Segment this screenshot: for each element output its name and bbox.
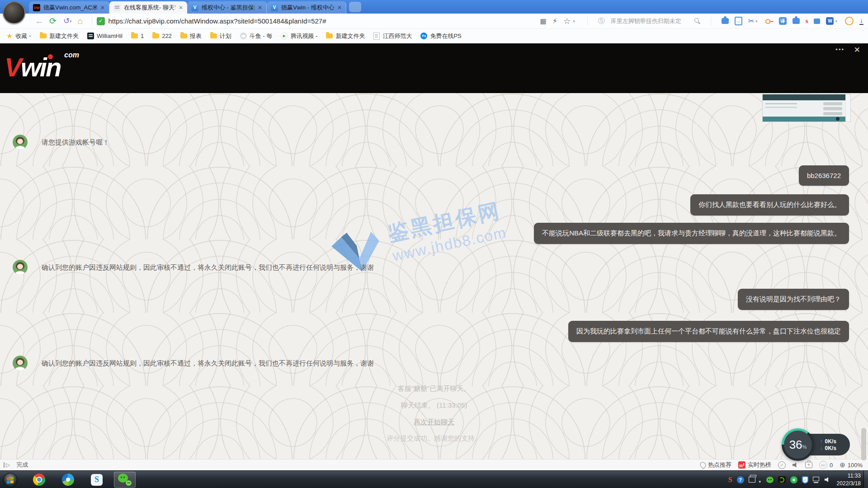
bookmark-douyu[interactable]: 斗鱼 - 每	[240, 32, 273, 40]
tab-close-icon[interactable]: ✕	[258, 5, 262, 11]
ad-block-counter[interactable]: AD 0	[819, 461, 833, 469]
home-button[interactable]: ⌂	[74, 17, 87, 25]
tab-chat-window[interactable]: 在线客服系统- 聊天窗口 ✕	[109, 1, 187, 14]
bookmark-folder[interactable]: 计划	[210, 32, 231, 40]
usage-percent: 36	[789, 438, 802, 451]
favorites-menu[interactable]: ★ 收藏 ▾	[6, 32, 31, 40]
window-restore-tray-icon[interactable]	[749, 477, 755, 483]
thumb-dot	[836, 117, 840, 121]
word-dropdown-icon[interactable]: ▾	[835, 19, 837, 23]
system-rating: 评分提交成功。感谢您的支持。	[0, 434, 868, 443]
network-tray-icon[interactable]	[813, 477, 820, 483]
favorite-dropdown-icon[interactable]: ▾	[573, 19, 575, 23]
extension-puzzle-icon[interactable]	[722, 18, 729, 24]
search-engine-icon[interactable]: Ⓢ	[598, 17, 605, 25]
search-icon[interactable]	[694, 18, 700, 24]
vwin-logo[interactable]: Vwin com	[5, 54, 60, 80]
bookmark-tencent-video[interactable]: ▶腾讯视频 -	[281, 32, 317, 40]
chat-image-thumbnail[interactable]	[762, 94, 851, 122]
nvidia-tray-icon[interactable]	[778, 476, 786, 483]
translate-icon[interactable]: 译	[779, 17, 787, 25]
back-button[interactable]: ←	[33, 17, 46, 25]
page-close-icon[interactable]: ✕	[854, 45, 860, 55]
refresh-button[interactable]: ⟳	[46, 17, 60, 25]
sogou-tray-icon[interactable]: S	[728, 476, 732, 484]
system-chat-end: 聊天结束。 (11:33:05)	[0, 401, 868, 410]
tab-vwin-weiquan[interactable]: V 德赢Vwin - 维权中心 - ✕	[267, 1, 346, 14]
green-app-tray-icon[interactable]	[790, 476, 797, 483]
folder-icon	[40, 33, 47, 38]
show-desktop-button[interactable]	[863, 471, 868, 488]
help-tray-icon[interactable]: ?	[737, 476, 744, 483]
shopping-extension-icon[interactable]: s	[806, 17, 808, 25]
word-extension-icon[interactable]: W	[826, 17, 834, 25]
thumb-buttons	[823, 102, 842, 105]
folder-icon	[210, 33, 217, 38]
tab-weiquan-center[interactable]: V 维权中心 - 鉴黑担保网 ✕	[187, 1, 267, 14]
bookmark-folder[interactable]: 1	[131, 33, 144, 39]
tab-vwin-home[interactable]: Vw 德赢Vwin.com_AC米兰 ✕	[29, 1, 109, 14]
taskbar-chrome[interactable]	[28, 472, 50, 488]
toolbar-divider	[711, 17, 711, 25]
download-icon[interactable]: ↓	[859, 17, 863, 25]
extension-puzzle-icon[interactable]	[793, 18, 800, 24]
system-restart-row: 再次开始聊天	[0, 418, 868, 427]
bookmark-williamhill[interactable]: WilliamHil	[87, 33, 123, 39]
browser-360-icon	[62, 474, 74, 486]
chat-area: 鉴黑担保网 www.jhdb8.com 请您提供游戏帐号喔！ bb2636722…	[0, 93, 868, 459]
s-app-icon: S	[91, 474, 103, 486]
security-check-icon[interactable]: ✓	[778, 461, 786, 469]
memory-usage-ball[interactable]: 36%	[782, 428, 814, 461]
wechat-icon	[118, 474, 132, 486]
page-menu-dots-icon[interactable]: •••	[835, 46, 844, 53]
favorite-star-icon[interactable]: ☆	[563, 17, 571, 25]
site-security-icon[interactable]: ✓	[97, 17, 105, 25]
tab-close-icon[interactable]: ✕	[100, 5, 105, 11]
zoom-icon: ⊕	[840, 461, 845, 469]
extension-login-icon[interactable]: →	[735, 17, 742, 25]
flame-icon	[699, 461, 707, 469]
browser-profile-avatar[interactable]	[3, 1, 25, 24]
security-shield-tray-icon[interactable]: ✓	[802, 476, 808, 483]
apps-grid-icon[interactable]: ▦	[540, 18, 547, 24]
volume-tray-icon[interactable]	[825, 477, 830, 483]
start-button[interactable]	[3, 473, 18, 488]
taskbar-360-browser[interactable]	[57, 472, 79, 488]
watermark-name: 鉴黑担保网	[385, 197, 505, 248]
chat-message-left: 请您提供游戏帐号喔！	[42, 138, 109, 147]
search-suggestion-input[interactable]: 库里左脚韧带扭伤归期未定	[611, 17, 689, 25]
windows-stack-icon[interactable]	[814, 19, 820, 24]
bookmark-folder[interactable]: 222	[152, 33, 172, 39]
logo-red-dot	[48, 54, 53, 59]
more-extensions-icon[interactable]: ⋯	[845, 17, 854, 25]
taskbar-clock[interactable]: 11:33 2022/3/18	[837, 472, 861, 487]
bookmark-folder[interactable]: 新建文件夹	[326, 32, 365, 40]
bookmark-jxnu[interactable]: 江西师范大	[373, 32, 412, 40]
undo-dropdown-icon[interactable]: ▾	[70, 19, 72, 23]
toolbox-icon[interactable]: +	[805, 462, 812, 468]
chat-message-left: 确认到您的账户因违反网站规则，因此审核不通过，将永久关闭此账号，我们也不再进行任…	[42, 359, 374, 368]
tab-close-icon[interactable]: ✕	[337, 5, 342, 11]
tab-close-icon[interactable]: ✕	[179, 5, 183, 11]
scissors-dropdown-icon[interactable]: ▾	[755, 19, 758, 23]
password-key-icon[interactable]	[765, 19, 773, 23]
bookmark-folder[interactable]: 报表	[180, 32, 202, 40]
vertical-scrollbar-thumb[interactable]	[861, 428, 866, 460]
hot-recommend-button[interactable]: 热点推荐	[700, 461, 731, 469]
taskbar-s-app[interactable]: S	[86, 472, 108, 488]
wechat-tray-icon[interactable]	[766, 477, 774, 483]
zoom-control[interactable]: ⊕ 100%	[840, 461, 863, 469]
taskbar-wechat[interactable]	[114, 472, 136, 488]
screenshot-scissors-icon[interactable]: ✂	[748, 17, 754, 25]
mute-speaker-icon[interactable]	[793, 462, 798, 468]
restart-chat-link[interactable]: 再次开始聊天	[414, 418, 454, 426]
address-bar[interactable]: https://chat.vip8vip.com/chatWindow.aspx…	[108, 17, 540, 25]
bookmark-folder[interactable]: 新建文件夹	[40, 32, 79, 40]
site-header: Vwin com ••• ✕	[0, 43, 868, 93]
trending-list-button[interactable]: 实时热榜	[738, 461, 771, 469]
tray-expand-icon[interactable]: ▼	[758, 480, 762, 484]
chat-message-right: 不能说玩NBA和二级联赛都去黑的吧，我请求与贵方经理聊聊，真的没道理，这种比赛都…	[534, 223, 849, 244]
new-tab-button[interactable]	[349, 2, 361, 12]
boost-lightning-icon[interactable]: ⚡	[552, 18, 557, 25]
bookmark-online-ps[interactable]: Ps免费在线PS	[420, 32, 461, 40]
